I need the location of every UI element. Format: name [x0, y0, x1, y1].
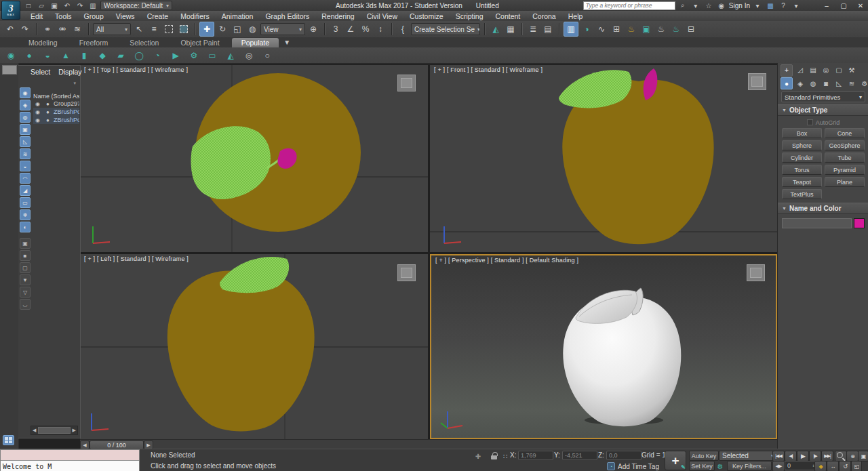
zoom-icon[interactable] — [835, 451, 847, 462]
spinner-snap-icon[interactable] — [374, 22, 387, 36]
display-spacewarps-toggle-icon[interactable]: ◒ — [20, 161, 31, 171]
layer-manager-icon[interactable] — [526, 22, 540, 36]
plane-button[interactable]: Plane — [825, 177, 865, 187]
populate-idle-area-icon[interactable] — [59, 49, 73, 62]
populate-tree-icon[interactable] — [96, 49, 109, 62]
help-icon[interactable] — [778, 0, 789, 11]
undo-icon[interactable] — [3, 22, 17, 36]
close-button[interactable]: ✕ — [853, 1, 868, 9]
explorer-options-icon[interactable]: ▾ — [73, 81, 76, 85]
geometry-icon[interactable] — [781, 77, 793, 89]
add-time-tag[interactable]: ◔Add Time Tag — [607, 462, 659, 470]
mirror-icon[interactable] — [489, 22, 502, 36]
ribbon-tab-freeform[interactable]: Freeform — [70, 38, 118, 47]
render-iterative-icon[interactable] — [654, 22, 668, 36]
cameras-icon[interactable] — [821, 78, 831, 89]
viewport-left[interactable]: [ + ] [ Left ] [ Standard ] [ Wireframe … — [80, 254, 428, 439]
eye-icon[interactable] — [33, 116, 42, 124]
go-end-icon[interactable]: ▶▶| — [821, 451, 833, 462]
render-production-icon[interactable] — [669, 22, 683, 36]
material-editor-icon[interactable] — [580, 22, 593, 36]
rotate-icon[interactable] — [216, 22, 229, 36]
keyable-icons-icon[interactable] — [715, 461, 726, 471]
go-start-icon[interactable]: |◀◀ — [772, 451, 785, 462]
populate-portal-icon[interactable] — [77, 49, 91, 62]
ribbon-tab-populate[interactable]: Populate — [232, 38, 279, 47]
category-dropdown[interactable]: Standard Primitives — [781, 91, 865, 102]
ribbon-tab-modeling[interactable]: Modeling — [19, 38, 67, 47]
search-input[interactable] — [583, 1, 675, 10]
redo-icon[interactable] — [75, 0, 85, 11]
layer-list-icon[interactable] — [541, 22, 555, 36]
menu-civil-view[interactable]: Civil View — [361, 12, 403, 20]
helpers-icon[interactable] — [833, 78, 844, 89]
next-frame-icon[interactable]: |▶ — [809, 451, 821, 462]
menu-group[interactable]: Group — [78, 12, 110, 20]
eye-icon[interactable] — [33, 108, 42, 116]
chevron-down-icon[interactable] — [752, 0, 763, 11]
scale-icon[interactable] — [231, 22, 244, 36]
spacewarps-icon[interactable] — [846, 78, 857, 89]
shapes-icon[interactable] — [795, 78, 806, 89]
menu-views[interactable]: Views — [110, 12, 141, 20]
menu-scripting[interactable]: Scripting — [450, 12, 490, 20]
rect-selection-icon[interactable] — [162, 22, 176, 36]
selection-set-dropdown[interactable]: Create Selection Se — [411, 23, 480, 35]
populate-door-icon[interactable] — [114, 49, 127, 62]
display-bones-toggle-icon[interactable]: ▭ — [20, 197, 31, 208]
select-by-name-icon[interactable] — [147, 22, 161, 36]
select-key-icon[interactable]: ◆ — [814, 461, 827, 471]
viewport-perspective-label[interactable]: [ + ] [ Perspective ] [ Standard ] [ Def… — [435, 257, 578, 264]
ribbon-minimize-icon[interactable] — [281, 37, 292, 47]
new-file-icon[interactable] — [23, 0, 34, 11]
pan-arrow-icon[interactable]: ↔ — [827, 461, 839, 471]
key-step-toggle-icon[interactable]: ◀▶ — [772, 461, 785, 471]
link-icon[interactable] — [41, 22, 54, 36]
modify-tab-icon[interactable] — [795, 65, 806, 76]
textplus-button[interactable]: TextPlus — [782, 189, 822, 199]
explorer-box-toggle-icon[interactable]: ▢ — [20, 262, 31, 273]
viewcube[interactable] — [747, 264, 765, 281]
explorer-name-header[interactable]: Name (Sorted Ascen — [33, 93, 79, 100]
list-item[interactable]: ZBrushPol — [33, 108, 79, 116]
curve-editor-icon[interactable] — [595, 22, 608, 36]
populate-simulate-icon[interactable] — [169, 49, 182, 62]
viewport-top[interactable]: [ + ] [ Top ] [ Standard ] [ Wireframe ] — [80, 65, 428, 252]
schematic-view-icon[interactable] — [610, 22, 623, 36]
grid-helper-icon[interactable] — [684, 22, 698, 36]
pivot-center-icon[interactable] — [307, 22, 320, 36]
scene-explorer-icon[interactable] — [564, 22, 578, 37]
display-all-toggle-icon[interactable]: ◉ — [20, 87, 31, 98]
menu-animation[interactable]: Animation — [216, 12, 260, 20]
viewport-perspective[interactable]: [ + ] [ Perspective ] [ Standard ] [ Def… — [430, 254, 777, 439]
cylinder-button[interactable]: Cylinder — [782, 152, 822, 163]
menu-edit[interactable]: Edit — [24, 12, 49, 20]
percent-snap-icon[interactable] — [359, 22, 372, 36]
populate-plane-icon[interactable] — [205, 49, 219, 62]
bind-spacewarp-icon[interactable] — [71, 22, 84, 36]
maxscript-mini-listener[interactable]: Welcome to M — [0, 449, 140, 471]
app-exchange-icon[interactable] — [765, 0, 776, 11]
angle-snap-icon[interactable] — [344, 22, 357, 36]
selection-filter-dropdown[interactable]: All — [93, 23, 131, 35]
populate-settings-icon[interactable] — [187, 49, 201, 62]
lights-icon[interactable] — [808, 78, 818, 89]
viewcube[interactable] — [397, 264, 416, 281]
explorer-funnel-icon[interactable]: ▽ — [20, 287, 31, 298]
box-button[interactable]: Box — [782, 128, 822, 138]
teapot-button[interactable]: Teapot — [782, 177, 822, 187]
geosphere-button[interactable]: GeoSphere — [825, 140, 865, 150]
object-color-swatch[interactable] — [854, 218, 865, 228]
named-sets-icon[interactable] — [396, 22, 410, 36]
prev-frame-icon[interactable]: ◀| — [785, 451, 797, 462]
menu-graph-editors[interactable]: Graph Editors — [259, 12, 315, 20]
populate-crowd-icon[interactable] — [22, 49, 36, 62]
display-groups-toggle-icon[interactable]: ◠ — [20, 173, 31, 184]
display-lights-toggle-icon[interactable]: ▣ — [20, 124, 31, 135]
zoom-all-icon[interactable]: ⊕ — [846, 451, 859, 462]
project-switch-icon[interactable] — [87, 0, 98, 11]
favorites-icon[interactable] — [703, 0, 714, 11]
unlink-icon[interactable] — [56, 22, 69, 36]
viewport-front[interactable]: [ + ] [ Front ] [ Standard ] [ Wireframe… — [430, 65, 777, 252]
snap-toggle-icon[interactable] — [329, 22, 342, 36]
